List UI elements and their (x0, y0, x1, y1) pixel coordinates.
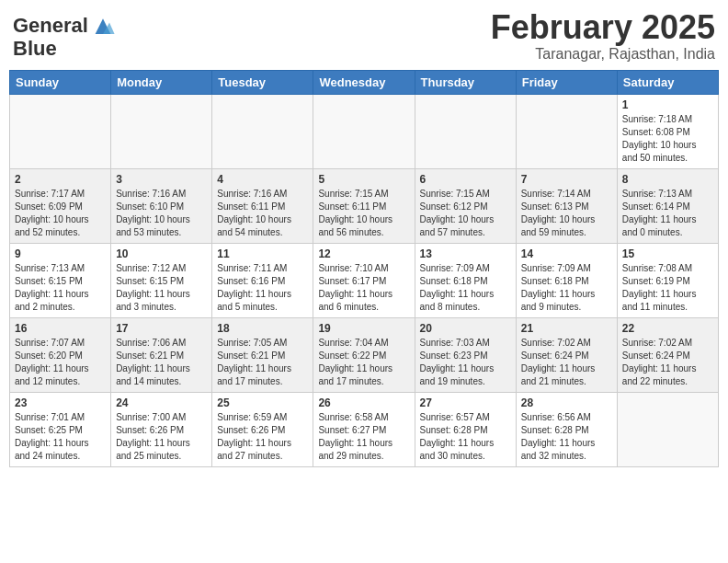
day-info: Sunrise: 7:08 AM Sunset: 6:19 PM Dayligh… (622, 262, 713, 314)
calendar-cell: 19Sunrise: 7:04 AM Sunset: 6:22 PM Dayli… (313, 317, 415, 392)
calendar-cell: 12Sunrise: 7:10 AM Sunset: 6:17 PM Dayli… (313, 243, 415, 317)
calendar-cell: 7Sunrise: 7:14 AM Sunset: 6:13 PM Daylig… (516, 168, 617, 243)
calendar-cell: 27Sunrise: 6:57 AM Sunset: 6:28 PM Dayli… (415, 392, 516, 466)
weekday-header-tuesday: Tuesday (212, 70, 313, 94)
logo: General Blue (13, 13, 116, 59)
day-number: 10 (116, 247, 207, 260)
calendar-cell: 3Sunrise: 7:16 AM Sunset: 6:10 PM Daylig… (111, 168, 212, 243)
day-number: 23 (15, 396, 106, 409)
day-number: 13 (420, 247, 511, 260)
weekday-header-monday: Monday (111, 70, 212, 94)
week-row-4: 16Sunrise: 7:07 AM Sunset: 6:20 PM Dayli… (10, 317, 719, 392)
calendar-cell: 11Sunrise: 7:11 AM Sunset: 6:16 PM Dayli… (212, 243, 313, 317)
calendar-cell: 22Sunrise: 7:02 AM Sunset: 6:24 PM Dayli… (617, 317, 718, 392)
day-info: Sunrise: 7:16 AM Sunset: 6:10 PM Dayligh… (116, 188, 207, 239)
weekday-header-sunday: Sunday (10, 70, 111, 94)
calendar-cell (212, 94, 313, 168)
calendar-cell: 10Sunrise: 7:12 AM Sunset: 6:15 PM Dayli… (111, 243, 212, 317)
calendar-title: February 2025 (491, 9, 715, 46)
calendar-cell: 13Sunrise: 7:09 AM Sunset: 6:18 PM Dayli… (415, 243, 516, 317)
calendar-cell: 14Sunrise: 7:09 AM Sunset: 6:18 PM Dayli… (516, 243, 617, 317)
calendar-table: SundayMondayTuesdayWednesdayThursdayFrid… (9, 70, 719, 467)
calendar-cell (516, 94, 617, 168)
calendar-cell: 24Sunrise: 7:00 AM Sunset: 6:26 PM Dayli… (111, 392, 212, 466)
day-info: Sunrise: 6:57 AM Sunset: 6:28 PM Dayligh… (420, 411, 511, 463)
day-number: 9 (15, 247, 106, 260)
day-info: Sunrise: 7:12 AM Sunset: 6:15 PM Dayligh… (116, 262, 207, 314)
calendar-cell: 5Sunrise: 7:15 AM Sunset: 6:11 PM Daylig… (313, 168, 415, 243)
day-number: 17 (116, 322, 207, 335)
weekday-header-wednesday: Wednesday (313, 70, 415, 94)
weekday-header-friday: Friday (516, 70, 617, 94)
day-number: 16 (15, 322, 106, 335)
day-info: Sunrise: 7:02 AM Sunset: 6:24 PM Dayligh… (622, 337, 713, 388)
day-number: 25 (217, 396, 308, 409)
calendar-cell: 4Sunrise: 7:16 AM Sunset: 6:11 PM Daylig… (212, 168, 313, 243)
calendar-cell: 17Sunrise: 7:06 AM Sunset: 6:21 PM Dayli… (111, 317, 212, 392)
day-info: Sunrise: 7:02 AM Sunset: 6:24 PM Dayligh… (521, 337, 612, 388)
calendar-cell (10, 94, 111, 168)
day-number: 4 (217, 173, 308, 186)
day-info: Sunrise: 7:13 AM Sunset: 6:14 PM Dayligh… (622, 188, 713, 239)
logo-blue: Blue (13, 37, 57, 60)
day-number: 21 (521, 322, 612, 335)
day-number: 19 (318, 322, 409, 335)
calendar-cell: 2Sunrise: 7:17 AM Sunset: 6:09 PM Daylig… (10, 168, 111, 243)
day-info: Sunrise: 7:00 AM Sunset: 6:26 PM Dayligh… (116, 411, 207, 463)
day-info: Sunrise: 7:09 AM Sunset: 6:18 PM Dayligh… (420, 262, 511, 314)
day-info: Sunrise: 6:59 AM Sunset: 6:26 PM Dayligh… (217, 411, 308, 463)
day-number: 18 (217, 322, 308, 335)
calendar-cell: 23Sunrise: 7:01 AM Sunset: 6:25 PM Dayli… (10, 392, 111, 466)
day-number: 20 (420, 322, 511, 335)
calendar-cell (617, 392, 718, 466)
day-info: Sunrise: 7:15 AM Sunset: 6:12 PM Dayligh… (420, 188, 511, 239)
calendar-subtitle: Taranagar, Rajasthan, India (491, 46, 715, 63)
day-info: Sunrise: 7:06 AM Sunset: 6:21 PM Dayligh… (116, 337, 207, 388)
calendar-cell: 6Sunrise: 7:15 AM Sunset: 6:12 PM Daylig… (415, 168, 516, 243)
page-header: General Blue February 2025 Taranagar, Ra… (9, 9, 719, 63)
day-number: 6 (420, 173, 511, 186)
calendar-cell: 18Sunrise: 7:05 AM Sunset: 6:21 PM Dayli… (212, 317, 313, 392)
calendar-cell (415, 94, 516, 168)
day-info: Sunrise: 7:09 AM Sunset: 6:18 PM Dayligh… (521, 262, 612, 314)
day-number: 26 (318, 396, 409, 409)
day-info: Sunrise: 7:16 AM Sunset: 6:11 PM Dayligh… (217, 188, 308, 239)
calendar-cell: 28Sunrise: 6:56 AM Sunset: 6:28 PM Dayli… (516, 392, 617, 466)
day-number: 12 (318, 247, 409, 260)
day-number: 7 (521, 173, 612, 186)
calendar-cell: 1Sunrise: 7:18 AM Sunset: 6:08 PM Daylig… (617, 94, 718, 168)
day-number: 15 (622, 247, 713, 260)
calendar-cell: 26Sunrise: 6:58 AM Sunset: 6:27 PM Dayli… (313, 392, 415, 466)
calendar-cell: 8Sunrise: 7:13 AM Sunset: 6:14 PM Daylig… (617, 168, 718, 243)
logo-general: General (13, 16, 88, 36)
calendar-cell: 15Sunrise: 7:08 AM Sunset: 6:19 PM Dayli… (617, 243, 718, 317)
week-row-3: 9Sunrise: 7:13 AM Sunset: 6:15 PM Daylig… (10, 243, 719, 317)
weekday-header-saturday: Saturday (617, 70, 718, 94)
weekday-header-row: SundayMondayTuesdayWednesdayThursdayFrid… (10, 70, 719, 94)
title-block: February 2025 Taranagar, Rajasthan, Indi… (491, 9, 715, 63)
day-info: Sunrise: 7:05 AM Sunset: 6:21 PM Dayligh… (217, 337, 308, 388)
weekday-header-thursday: Thursday (415, 70, 516, 94)
calendar-cell: 21Sunrise: 7:02 AM Sunset: 6:24 PM Dayli… (516, 317, 617, 392)
day-info: Sunrise: 7:07 AM Sunset: 6:20 PM Dayligh… (15, 337, 106, 388)
day-number: 2 (15, 173, 106, 186)
day-number: 8 (622, 173, 713, 186)
day-number: 1 (622, 98, 713, 111)
day-number: 11 (217, 247, 308, 260)
day-info: Sunrise: 7:14 AM Sunset: 6:13 PM Dayligh… (521, 188, 612, 239)
calendar-cell: 20Sunrise: 7:03 AM Sunset: 6:23 PM Dayli… (415, 317, 516, 392)
day-number: 24 (116, 396, 207, 409)
day-info: Sunrise: 7:11 AM Sunset: 6:16 PM Dayligh… (217, 262, 308, 314)
day-info: Sunrise: 6:56 AM Sunset: 6:28 PM Dayligh… (521, 411, 612, 463)
calendar-cell: 9Sunrise: 7:13 AM Sunset: 6:15 PM Daylig… (10, 243, 111, 317)
calendar-cell (313, 94, 415, 168)
logo-icon (90, 13, 116, 39)
calendar-cell (111, 94, 212, 168)
week-row-5: 23Sunrise: 7:01 AM Sunset: 6:25 PM Dayli… (10, 392, 719, 466)
calendar-cell: 16Sunrise: 7:07 AM Sunset: 6:20 PM Dayli… (10, 317, 111, 392)
day-number: 27 (420, 396, 511, 409)
calendar-cell: 25Sunrise: 6:59 AM Sunset: 6:26 PM Dayli… (212, 392, 313, 466)
day-info: Sunrise: 7:17 AM Sunset: 6:09 PM Dayligh… (15, 188, 106, 239)
day-info: Sunrise: 6:58 AM Sunset: 6:27 PM Dayligh… (318, 411, 409, 463)
day-number: 28 (521, 396, 612, 409)
